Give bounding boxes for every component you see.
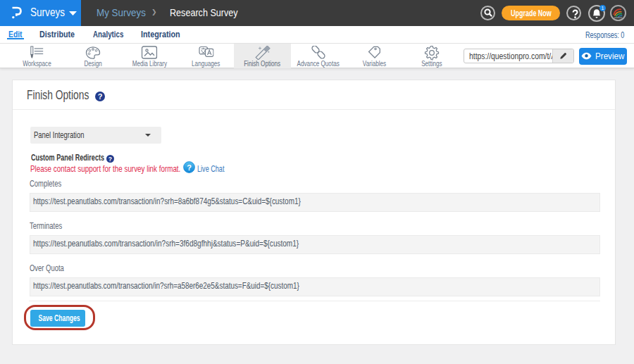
svg-text:?: ?	[98, 92, 103, 101]
svg-text:?: ?	[187, 163, 192, 172]
svg-text:?: ?	[108, 156, 112, 163]
